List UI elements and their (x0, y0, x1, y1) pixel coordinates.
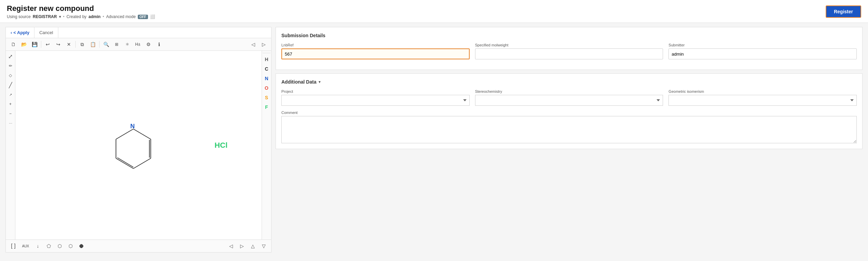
project-select[interactable] (281, 95, 470, 106)
top-bar: Register new compound Using source REGIS… (0, 0, 868, 23)
tool-zoom-in[interactable]: 🔍 (101, 40, 111, 49)
svg-line-4 (116, 158, 133, 169)
tool-info[interactable]: ℹ (154, 40, 164, 49)
tool-atom-map[interactable]: ⚛ (122, 40, 132, 49)
svg-line-3 (133, 158, 151, 169)
stereochemistry-label: Stereochemistry (475, 89, 663, 93)
atom-h-btn[interactable]: H (263, 55, 271, 63)
lnbref-label: LnbRef (281, 43, 470, 47)
tool-erase[interactable]: ◇ (6, 71, 15, 79)
tool-add[interactable]: + (6, 100, 15, 108)
right-tools-divider (263, 53, 270, 53)
stereochemistry-field: Stereochemistry (475, 89, 663, 106)
tool-expand-right[interactable]: ▷ (259, 40, 268, 49)
tool-select[interactable]: ⤢ (6, 52, 15, 60)
tool-delete[interactable]: ✕ (64, 40, 74, 49)
advanced-mode-badge[interactable]: OFF (138, 15, 148, 19)
editor-right-atom-tools: H C N O S F (262, 51, 271, 240)
lnbref-input[interactable] (281, 48, 470, 59)
bottom-tools-right: ◁ ▷ △ ▽ (226, 241, 268, 251)
created-by-value: admin (89, 14, 101, 19)
tool-undo[interactable]: ↩ (43, 40, 53, 49)
editor-left-tools: ⤢ ✏ ◇ ╱ ↗ + − ⋯ (6, 51, 15, 240)
svg-text:N: N (130, 123, 135, 130)
advanced-mode-label: Advanced mode (106, 14, 136, 19)
atom-c-btn[interactable]: C (263, 65, 271, 73)
additional-data-title: Additional Data (281, 79, 317, 85)
tool-remove[interactable]: − (6, 110, 15, 118)
molecule-structure: N (101, 111, 176, 179)
lnbref-field: LnbRef (281, 43, 470, 59)
stereochemistry-select[interactable] (475, 95, 663, 106)
submitter-label: Submitter (668, 43, 857, 47)
tool-hexagon[interactable]: ⬡ (55, 241, 64, 251)
comment-textarea[interactable] (281, 116, 857, 143)
additional-data-row-1: Project Stereochemistry Geometric isomer… (281, 89, 857, 106)
geometric-isomerism-field: Geometric isomerism (668, 89, 857, 106)
tool-h-labels[interactable]: H± (133, 40, 143, 49)
atom-n-btn[interactable]: N (263, 74, 271, 83)
editor-body: ⤢ ✏ ◇ ╱ ↗ + − ⋯ (6, 51, 271, 240)
toolbar-right: ◁ ▷ (248, 40, 268, 49)
right-panel: Submission Details LnbRef Specified molw… (276, 27, 863, 252)
tool-bracket[interactable]: [ ] (9, 241, 18, 251)
tool-grid[interactable]: ⊞ (112, 40, 121, 49)
tool-bond[interactable]: ╱ (6, 81, 15, 89)
tool-aux[interactable]: AUX (19, 241, 32, 251)
submission-details-title: Submission Details (281, 33, 857, 38)
specified-molweight-field: Specified molweight (475, 43, 663, 59)
submitter-input[interactable] (668, 48, 857, 59)
tool-nav-left[interactable]: ◁ (226, 241, 236, 251)
specified-molweight-input[interactable] (475, 48, 663, 59)
project-label: Project (281, 89, 470, 93)
meta-row: Using source REGISTRAR ▾ • Created by ad… (7, 14, 155, 19)
tool-save[interactable]: 💾 (30, 40, 39, 49)
tool-expand-left[interactable]: ◁ (248, 40, 258, 49)
tool-ring[interactable]: ↗ (6, 90, 15, 99)
top-bar-left: Register new compound Using source REGIS… (7, 4, 155, 19)
tab-cancel[interactable]: Cancel (34, 27, 58, 38)
register-button[interactable]: Register (826, 5, 861, 18)
tool-scroll-up[interactable]: △ (248, 241, 258, 251)
submission-details-card: Submission Details LnbRef Specified molw… (276, 27, 863, 70)
editor-panel: ‹ < Apply Cancel 🗋 📂 💾 ↩ ↪ ✕ ⧉ 📋 🔍 ⊞ (5, 27, 271, 252)
tool-scroll-down[interactable]: ▽ (259, 241, 268, 251)
additional-data-header: Additional Data ▾ (281, 79, 857, 85)
specified-molweight-label: Specified molweight (475, 43, 663, 47)
source-value[interactable]: REGISTRAR (33, 14, 57, 19)
chevron-down-icon[interactable]: ▾ (319, 79, 321, 84)
toolbar-divider-2 (75, 41, 76, 48)
tool-redo[interactable]: ↪ (54, 40, 63, 49)
apply-tab-label: < Apply (13, 30, 29, 35)
tool-heptagon[interactable]: ⬡ (66, 241, 75, 251)
tool-new[interactable]: 🗋 (9, 40, 18, 49)
tool-draw[interactable]: ✏ (6, 62, 15, 70)
tool-pentagon[interactable]: ⬠ (44, 241, 54, 251)
tool-copy[interactable]: ⧉ (77, 40, 87, 49)
hcl-label: HCl (215, 141, 227, 149)
created-by-label: Created by (67, 14, 87, 19)
advanced-mode-toggle[interactable]: ⬜ (150, 14, 155, 19)
atom-s-btn[interactable]: S (263, 93, 271, 102)
tool-stereo[interactable]: ⋯ (6, 119, 15, 127)
comment-field: Comment (281, 111, 857, 143)
atom-o-btn[interactable]: O (263, 84, 271, 92)
atom-f-btn[interactable]: F (263, 103, 271, 111)
page-title: Register new compound (7, 4, 155, 13)
chevron-left-icon: ‹ (11, 30, 12, 35)
tool-open[interactable]: 📂 (19, 40, 29, 49)
geometric-isomerism-label: Geometric isomerism (668, 89, 857, 93)
tab-apply[interactable]: ‹ < Apply (6, 27, 34, 38)
source-label: Using source (7, 14, 31, 19)
svg-line-7 (116, 129, 133, 139)
comment-label: Comment (281, 111, 857, 115)
tool-nav-right[interactable]: ▷ (237, 241, 247, 251)
editor-toolbar: 🗋 📂 💾 ↩ ↪ ✕ ⧉ 📋 🔍 ⊞ ⚛ H± ⚙ ℹ ◁ ▷ (6, 38, 271, 51)
tool-arrow-down[interactable]: ↓ (33, 241, 43, 251)
submission-details-row: LnbRef Specified molweight Submitter (281, 43, 857, 59)
geometric-isomerism-select[interactable] (668, 95, 857, 106)
tool-octagon[interactable]: ⯃ (77, 241, 86, 251)
tool-settings[interactable]: ⚙ (144, 40, 153, 49)
canvas-area[interactable]: N HCl (15, 51, 262, 240)
tool-paste[interactable]: 📋 (88, 40, 98, 49)
